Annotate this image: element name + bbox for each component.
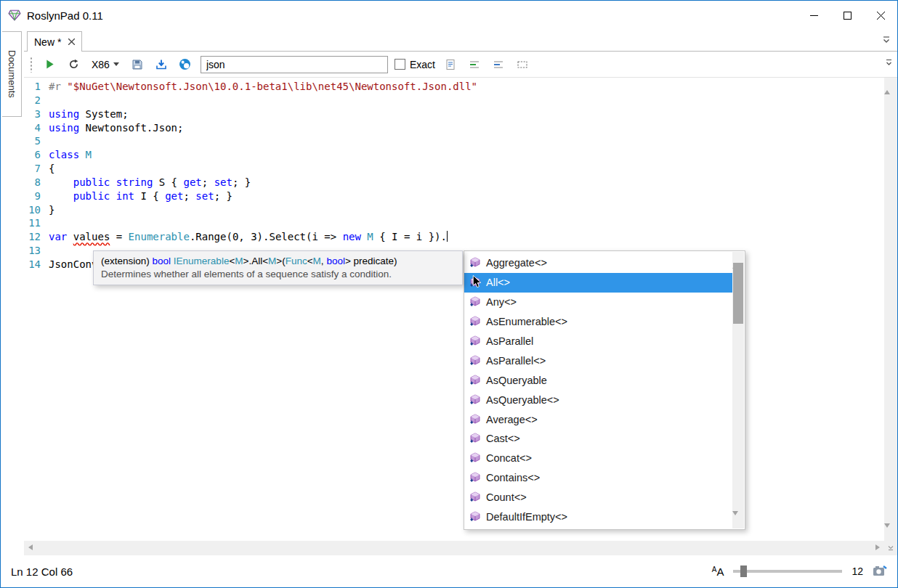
scroll-left-icon[interactable]	[28, 544, 33, 550]
code-line[interactable]	[49, 135, 884, 149]
documents-side-tab[interactable]: Documents	[2, 31, 22, 117]
import-button[interactable]	[153, 56, 170, 73]
tab-new[interactable]: New *	[27, 31, 82, 52]
play-icon	[44, 59, 55, 70]
completion-item-label: Count<>	[486, 491, 527, 503]
scrollbar-corner[interactable]	[884, 541, 897, 555]
app-logo-icon	[8, 9, 21, 22]
nuget-search-input[interactable]	[201, 56, 388, 73]
nuget-button[interactable]	[177, 56, 194, 73]
completion-item[interactable]: Aggregate<>	[464, 253, 732, 273]
app-window: RoslynPad 0.11 Documents New *	[0, 0, 898, 588]
toolbar-overflow-icon[interactable]	[884, 57, 894, 70]
rename-box-icon	[517, 59, 528, 70]
completion-item[interactable]: Contains<>	[464, 468, 732, 488]
completion-item[interactable]: Concat<>	[464, 449, 732, 468]
run-button[interactable]	[41, 56, 58, 73]
completion-list: Aggregate<> All<> Any<> AsEnumerable<> A	[464, 252, 732, 528]
code-line[interactable]: public string S { get; set; }	[49, 176, 884, 190]
arrow-down-bracket-icon	[155, 59, 167, 70]
maximize-button[interactable]	[830, 1, 864, 30]
completion-item[interactable]: Count<>	[464, 488, 732, 507]
extension-method-icon	[469, 511, 481, 523]
code-line[interactable]: {	[49, 163, 884, 176]
code-line[interactable]: }	[49, 204, 884, 218]
comment-lines-icon	[469, 59, 480, 70]
title-bar[interactable]: RoslynPad 0.11	[1, 1, 897, 30]
format-document-button[interactable]	[442, 56, 459, 73]
completion-item[interactable]: Average<>	[464, 409, 732, 429]
close-button[interactable]	[864, 1, 897, 30]
completion-item[interactable]: All<>	[464, 273, 732, 293]
completion-item[interactable]: DefaultIfEmpty<>	[464, 507, 732, 527]
extension-method-icon	[469, 394, 481, 406]
completion-item[interactable]: Any<>	[464, 293, 732, 312]
extension-method-icon	[469, 452, 481, 464]
restart-host-button[interactable]	[65, 56, 82, 73]
completion-item-label: AsQueryable<>	[486, 394, 559, 406]
camera-icon[interactable]	[873, 565, 887, 579]
completion-scrollbar[interactable]	[732, 252, 744, 528]
save-icon	[132, 59, 143, 70]
mouse-cursor-icon	[472, 275, 482, 292]
tab-close-icon[interactable]	[68, 38, 75, 45]
code-line[interactable]: class M	[49, 149, 884, 163]
completion-item[interactable]: AsQueryable	[464, 370, 732, 390]
line-number: 7	[24, 163, 46, 176]
scroll-up-icon[interactable]	[884, 78, 890, 94]
line-number: 4	[24, 122, 46, 136]
code-line[interactable]: using System;	[49, 108, 884, 122]
completion-item-label: Average<>	[486, 414, 538, 425]
completion-item[interactable]: AsEnumerable<>	[464, 312, 732, 332]
zoom-slider[interactable]	[733, 570, 842, 573]
minimize-button[interactable]	[797, 1, 830, 30]
code-line[interactable]: #r "$NuGet\Newtonsoft.Json\10.0.1-beta1\…	[49, 81, 884, 94]
exact-checkbox-label: Exact	[410, 59, 435, 70]
status-bar: Ln 12 Col 66 AA 12	[1, 555, 897, 587]
signature-help-tooltip: (extension) bool IEnumerable<M>.All<M>(F…	[93, 250, 463, 285]
code-line[interactable]: var values = Enumerable.Range(0, 3).Sele…	[49, 231, 884, 245]
signature-description: Determines whether all elements of a seq…	[101, 269, 455, 279]
window-title: RoslynPad 0.11	[27, 9, 103, 22]
rename-symbol-button[interactable]	[514, 56, 531, 73]
tab-list-chevron-icon[interactable]	[881, 35, 891, 48]
completion-item-label: Any<>	[486, 296, 517, 308]
completion-item[interactable]: AsParallel<>	[464, 351, 732, 370]
platform-dropdown[interactable]: X86	[89, 57, 122, 72]
completion-item[interactable]: AsParallel	[464, 332, 732, 351]
extension-method-icon	[469, 491, 481, 503]
text-caret	[447, 231, 448, 242]
save-button[interactable]	[129, 56, 146, 73]
zoom-slider-thumb[interactable]	[740, 565, 747, 577]
completion-item-label: AsEnumerable<>	[486, 316, 567, 327]
toolbar-grip-handle[interactable]	[30, 57, 33, 73]
line-number-gutter: 1234567891011121314	[24, 78, 46, 541]
code-line[interactable]	[49, 217, 884, 231]
completion-item-label: Aggregate<>	[486, 257, 547, 269]
scroll-down-icon[interactable]	[884, 523, 890, 540]
code-line[interactable]	[49, 94, 884, 108]
comment-selection-button[interactable]	[466, 56, 483, 73]
code-line[interactable]: public int I { get; set; }	[49, 190, 884, 204]
minimize-icon	[810, 12, 818, 20]
line-number: 10	[24, 204, 46, 218]
editor-vertical-scrollbar[interactable]	[884, 78, 897, 541]
restart-icon	[68, 59, 79, 70]
code-line[interactable]: using Newtonsoft.Json;	[49, 122, 884, 136]
editor-horizontal-scrollbar[interactable]	[24, 541, 884, 555]
line-number: 2	[24, 94, 46, 108]
completion-item[interactable]: AsQueryable<>	[464, 390, 732, 409]
caret-position-label: Ln 12 Col 66	[11, 565, 73, 578]
scrollbar-thumb[interactable]	[733, 263, 743, 324]
scroll-right-icon[interactable]	[875, 544, 880, 550]
completion-item-label: AsQueryable	[486, 375, 547, 386]
completion-item-label: AsParallel<>	[486, 355, 546, 367]
scroll-down-icon[interactable]	[732, 511, 738, 528]
exact-checkbox[interactable]	[395, 59, 405, 70]
code-editor[interactable]: 1234567891011121314 #r "$NuGet\Newtonsof…	[24, 78, 897, 541]
maximize-icon	[844, 12, 852, 20]
completion-item[interactable]: Cast<>	[464, 429, 732, 449]
tab-bar: New *	[24, 30, 897, 52]
extension-method-icon	[469, 296, 481, 308]
uncomment-selection-button[interactable]	[490, 56, 507, 73]
